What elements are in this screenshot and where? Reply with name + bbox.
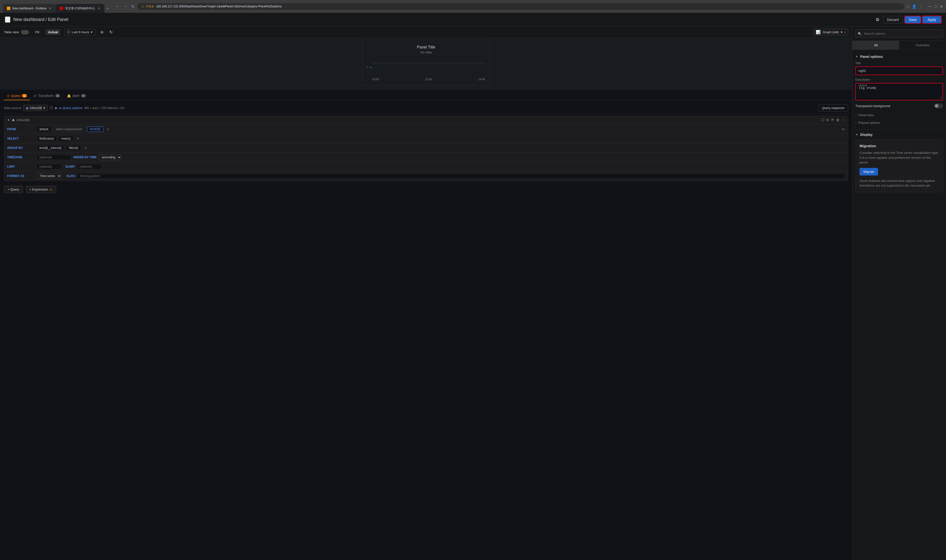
from-default-chip[interactable]: default <box>37 126 51 132</box>
add-query-button[interactable]: + Query <box>4 186 23 193</box>
display-section: ▼ Display Migration Consider switching t… <box>852 130 946 195</box>
query-inspector-button[interactable]: Query inspector <box>818 105 848 111</box>
chart-container: Panel Title No data | 10:00 12:00 14:00 <box>362 40 490 86</box>
viz-selector-label: Graph (old) <box>823 30 839 34</box>
settings-button[interactable]: ⚙ <box>874 15 881 24</box>
refresh-button[interactable]: ↻ <box>108 29 114 35</box>
description-textarea-wrap: cigstudy cig study <box>855 83 943 100</box>
query-options-meta: MD = auto = 233 Interval = 2m <box>84 106 124 110</box>
tab-csdn[interactable]: 写文章-CSDN创作中心 ✕ <box>56 4 105 13</box>
forward-browser-button[interactable]: → <box>122 3 128 9</box>
tab-csdn-close[interactable]: ✕ <box>97 6 100 11</box>
group-by-add-button[interactable]: + <box>83 145 88 151</box>
csdn-favicon <box>60 7 63 10</box>
query-duplicate-icon[interactable]: ⧉ <box>826 118 829 122</box>
bookmark-icon[interactable]: ☆ <box>906 4 910 9</box>
right-panel-content: ▼ Panel options Title Description cigstu… <box>852 50 946 560</box>
chart-title: Panel Title <box>367 45 485 49</box>
search-options-input[interactable] <box>855 29 943 38</box>
panel-links-row[interactable]: › Panel links <box>855 111 943 119</box>
close-button[interactable]: ✕ <box>940 4 943 9</box>
add-expression-label: + Expression <box>29 188 48 191</box>
format-as-select[interactable]: Time series <box>37 173 61 179</box>
migrate-button[interactable]: Migrate <box>860 168 878 175</box>
actual-button[interactable]: Actual <box>46 29 60 35</box>
right-panel: 🔍 All Overrides ▼ Panel options Title <box>852 26 946 560</box>
from-label: FROM <box>4 125 34 134</box>
tab-query[interactable]: ⊙ Query 1 <box>4 92 30 100</box>
table-view-toggle[interactable] <box>21 30 29 34</box>
minimize-button[interactable]: — <box>927 4 932 9</box>
select-add-button[interactable]: + <box>76 136 80 141</box>
tab-grafana-close[interactable]: ✕ <box>48 6 52 11</box>
limit-content: SLIMIT <box>34 162 848 171</box>
tab-overrides[interactable]: Overrides <box>899 41 946 49</box>
reload-browser-button[interactable]: ↻ <box>130 3 136 10</box>
display-header[interactable]: ▼ Display <box>855 133 943 137</box>
chart-xaxis-label-0: 10:00 <box>372 78 379 81</box>
group-by-time-chip[interactable]: time($__interval) <box>37 145 64 151</box>
time-range-label: Last 6 hours <box>72 30 90 34</box>
options-tabs: All Overrides <box>852 41 946 50</box>
browser-actions: ☆ 👤 ⋮ <box>906 4 923 9</box>
edit-button[interactable]: ✏ <box>842 127 845 131</box>
main-layout: Table view Fill Actual ⓘ Last 6 hours ▾ … <box>0 26 946 560</box>
tab-csdn-label: 写文章-CSDN创作中心 <box>65 6 95 11</box>
description-textarea[interactable]: cig study <box>856 84 942 99</box>
query-collapse-icon[interactable]: ▼ <box>7 118 10 122</box>
visualization-selector[interactable]: 📊 Graph (old) ▾ › <box>813 29 848 36</box>
query-options-separator: ▶ <box>55 106 58 110</box>
add-expression-button[interactable]: + Expression ⚠ <box>26 186 56 193</box>
query-tab-badge: 1 <box>22 94 27 97</box>
zoom-out-button[interactable]: ⊖ <box>99 29 105 35</box>
where-add-button[interactable]: + <box>105 126 111 132</box>
new-tab-button[interactable]: + <box>105 5 111 13</box>
query-eye-icon[interactable]: 👁 <box>831 118 834 122</box>
tab-all[interactable]: All <box>852 41 899 49</box>
order-by-select[interactable]: ascending <box>99 154 122 160</box>
alias-input[interactable] <box>77 173 845 179</box>
time-range-selector[interactable]: ⓘ Last 6 hours ▾ <box>64 29 95 36</box>
back-button[interactable]: ← <box>5 17 10 23</box>
transparent-bg-label: Transparent background <box>855 104 890 108</box>
window-controls: — □ ✕ <box>927 4 943 9</box>
query-more-icon[interactable]: ⋮ <box>841 118 845 122</box>
search-input-wrap: 🔍 <box>855 29 943 38</box>
tab-transform[interactable]: ⇄ Transform 0 <box>31 92 63 100</box>
datasource-label: Data source <box>4 106 21 110</box>
repeat-options-row[interactable]: › Repeat options <box>855 119 943 126</box>
apply-button[interactable]: Apply <box>923 16 941 23</box>
title-field-label: Title <box>855 62 943 65</box>
select-field-chip[interactable]: field(value) <box>37 136 57 141</box>
datasource-name: InfluxDB <box>30 106 42 110</box>
group-by-fill-chip[interactable]: fill(null) <box>66 145 81 151</box>
from-measurement-placeholder[interactable]: select measurement <box>53 126 85 132</box>
discard-button[interactable]: Discard <box>883 16 903 23</box>
back-browser-button[interactable]: ← <box>114 3 120 9</box>
address-bar[interactable]: ⚠ 不安全 192.168.117.131:3000/dashboard/new… <box>137 3 904 10</box>
panel-options-header[interactable]: ▼ Panel options <box>855 55 943 58</box>
title-input[interactable] <box>855 66 943 75</box>
fill-button[interactable]: Fill <box>33 29 42 35</box>
query-tab-label: Query <box>11 94 20 98</box>
query-block-actions: ⓘ ⧉ 👁 🗑 ⋮ <box>821 118 845 122</box>
tab-grafana[interactable]: New dashboard - Grafana ✕ <box>3 4 56 13</box>
query-delete-icon[interactable]: 🗑 <box>836 118 840 122</box>
timezone-input[interactable] <box>37 155 71 160</box>
menu-icon[interactable]: ⋮ <box>919 4 923 9</box>
where-chip[interactable]: WHERE <box>87 126 103 132</box>
slimit-input[interactable] <box>77 164 102 169</box>
query-options-link[interactable]: Query options <box>60 106 82 110</box>
datasource-selector[interactable]: ◉ InfluxDB ▾ <box>23 105 48 111</box>
profile-icon[interactable]: 👤 <box>912 4 917 9</box>
transparent-bg-toggle[interactable] <box>934 103 943 108</box>
save-button[interactable]: Save <box>905 16 921 23</box>
tab-alert[interactable]: 🔔 Alert 0 <box>64 92 89 100</box>
select-fn-chip[interactable]: mean() <box>59 136 73 141</box>
query-db: (InfluxDB) <box>17 118 29 122</box>
maximize-button[interactable]: □ <box>934 4 937 9</box>
panel-options-section: ▼ Panel options Title Description cigstu… <box>852 52 946 130</box>
datasource-info-button[interactable]: ⓘ <box>50 106 53 110</box>
limit-input[interactable] <box>37 164 61 169</box>
query-info-icon[interactable]: ⓘ <box>821 118 824 122</box>
